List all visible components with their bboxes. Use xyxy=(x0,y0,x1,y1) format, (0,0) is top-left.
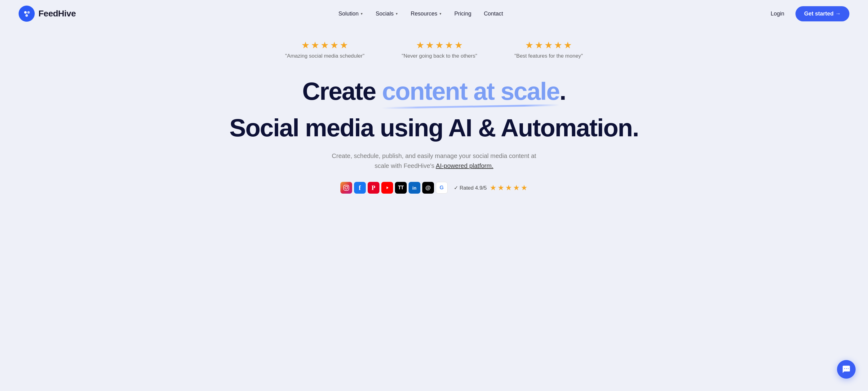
rating-stars: ★ ★ ★ ★ ★ xyxy=(490,184,528,192)
chat-bubble-button[interactable] xyxy=(837,360,856,379)
login-link[interactable]: Login xyxy=(766,8,789,20)
nav-item-socials[interactable]: Socials ▼ xyxy=(371,8,403,20)
chevron-down-icon: ▼ xyxy=(360,12,363,15)
nav-link-contact[interactable]: Contact xyxy=(479,8,508,20)
threads-icon: @ xyxy=(422,182,434,194)
star-icon: ★ xyxy=(320,40,329,51)
main-headline: Create content at scale. xyxy=(302,78,566,105)
star-icon: ★ xyxy=(426,40,434,51)
linkedin-icon: in xyxy=(409,182,421,194)
star-icon: ★ xyxy=(311,40,319,51)
tiktok-icon: TT xyxy=(395,182,407,194)
star-icon: ★ xyxy=(340,40,348,51)
rating-star-1: ★ xyxy=(490,184,497,192)
nav-links: Solution ▼ Socials ▼ Resources ▼ Pricing… xyxy=(334,8,508,20)
instagram-icon xyxy=(340,182,352,194)
nav-item-contact[interactable]: Contact xyxy=(479,8,508,20)
svg-point-2 xyxy=(25,14,28,17)
review-item-3: ★ ★ ★ ★ ★ "Best features for the money" xyxy=(514,40,583,59)
pinterest-icon: P xyxy=(368,182,379,194)
svg-point-1 xyxy=(27,11,30,13)
navbar: FeedHive Solution ▼ Socials ▼ Resources … xyxy=(0,0,868,27)
star-icon: ★ xyxy=(545,40,553,51)
star-icon: ★ xyxy=(535,40,543,51)
stars-3: ★ ★ ★ ★ ★ xyxy=(525,40,572,51)
star-icon: ★ xyxy=(445,40,453,51)
social-icons-group: f P TT in @ G xyxy=(340,182,447,194)
get-started-button[interactable]: Get started → xyxy=(796,6,849,21)
review-text-2: "Never going back to the others" xyxy=(402,53,477,59)
reviews-row: ★ ★ ★ ★ ★ "Amazing social media schedule… xyxy=(285,40,583,59)
svg-marker-6 xyxy=(386,187,389,189)
logo-icon xyxy=(19,6,35,22)
rating-text: ✓ Rated 4.9/5 xyxy=(454,185,487,191)
nav-item-resources[interactable]: Resources ▼ xyxy=(406,8,447,20)
review-text-1: "Amazing social media scheduler" xyxy=(285,53,365,59)
logo-link[interactable]: FeedHive xyxy=(19,6,76,22)
rating-star-4: ★ xyxy=(513,184,520,192)
review-text-3: "Best features for the money" xyxy=(514,53,583,59)
svg-rect-3 xyxy=(343,185,349,191)
nav-link-solution[interactable]: Solution ▼ xyxy=(334,8,368,20)
svg-point-4 xyxy=(345,187,347,189)
youtube-icon xyxy=(381,182,393,194)
rating-star-3: ★ xyxy=(505,184,512,192)
stars-1: ★ ★ ★ ★ ★ xyxy=(301,40,348,51)
nav-right: Login Get started → xyxy=(766,6,849,21)
facebook-icon: f xyxy=(354,182,366,194)
star-icon: ★ xyxy=(416,40,424,51)
star-icon: ★ xyxy=(455,40,463,51)
rating-star-5: ★ xyxy=(521,184,528,192)
logo-text: FeedHive xyxy=(38,9,76,19)
headline-highlight: content at scale xyxy=(382,78,560,105)
rating-star-2: ★ xyxy=(498,184,504,192)
rating-block: ✓ Rated 4.9/5 ★ ★ ★ ★ ★ xyxy=(454,184,528,192)
nav-item-solution[interactable]: Solution ▼ xyxy=(334,8,368,20)
svg-point-5 xyxy=(347,186,348,187)
star-icon: ★ xyxy=(330,40,339,51)
star-icon: ★ xyxy=(525,40,533,51)
sub-headline: Social media using AI & Automation. xyxy=(229,114,639,141)
star-icon: ★ xyxy=(301,40,310,51)
google-icon: G xyxy=(436,182,447,194)
stars-2: ★ ★ ★ ★ ★ xyxy=(416,40,463,51)
review-item-2: ★ ★ ★ ★ ★ "Never going back to the other… xyxy=(402,40,477,59)
chevron-down-icon: ▼ xyxy=(439,12,442,15)
hero-section: ★ ★ ★ ★ ★ "Amazing social media schedule… xyxy=(0,27,868,212)
nav-link-resources[interactable]: Resources ▼ xyxy=(406,8,447,20)
chevron-down-icon: ▼ xyxy=(395,12,398,15)
svg-point-0 xyxy=(24,11,27,13)
star-icon: ★ xyxy=(435,40,444,51)
review-item-1: ★ ★ ★ ★ ★ "Amazing social media schedule… xyxy=(285,40,365,59)
hero-description: Create, schedule, publish, and easily ma… xyxy=(329,151,539,171)
social-rating-row: f P TT in @ G ✓ Rated 4.9/5 ★ ★ ★ ★ ★ xyxy=(340,182,528,194)
nav-link-pricing[interactable]: Pricing xyxy=(450,8,476,20)
nav-item-pricing[interactable]: Pricing xyxy=(450,8,476,20)
star-icon: ★ xyxy=(564,40,572,51)
star-icon: ★ xyxy=(554,40,562,51)
ai-platform-link[interactable]: AI-powered platform. xyxy=(436,162,494,169)
nav-link-socials[interactable]: Socials ▼ xyxy=(371,8,403,20)
